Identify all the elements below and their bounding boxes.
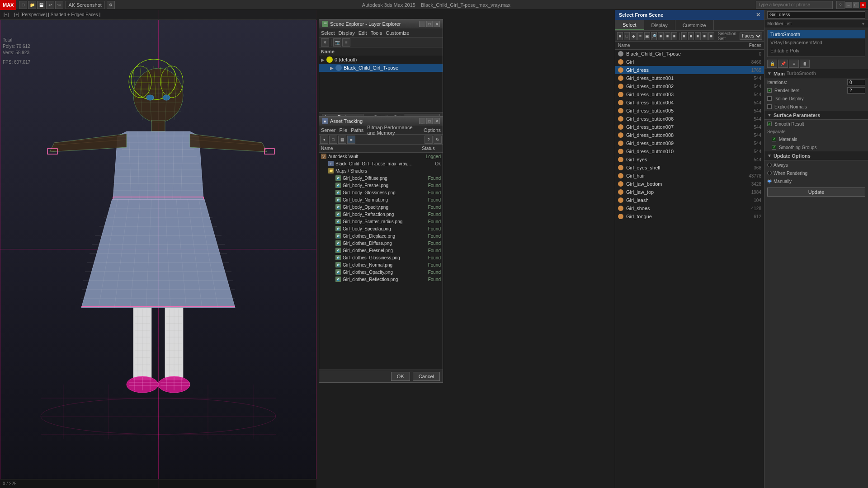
sfs-t8[interactable]: ■ [665,32,670,40]
mod-radio-manually-btn[interactable] [767,179,772,183]
obj-row[interactable]: Girl_dress_button001544 [615,74,764,82]
at-menu-bitmap[interactable]: Bitmap Performance and Memory [367,125,420,136]
mod-explicit-check[interactable] [767,104,772,109]
minimize-btn[interactable]: – [845,2,852,8]
sfs-t5[interactable]: ▣ [644,32,650,40]
se-menu-select[interactable]: Select [321,30,335,36]
mod-radio-rendering[interactable]: When Rendering [767,169,865,177]
asset-row[interactable]: 🌊Girl_clothes_Diffuse.pngFound [319,239,443,247]
mod-smooth-check[interactable]: ✓ [767,122,772,126]
asset-row[interactable]: 🌊Girl_clothes_Dicplace.pngFound [319,232,443,239]
at-tool-4[interactable]: ■ [347,136,355,144]
se-minimize-btn[interactable]: _ [419,21,425,27]
scene-explorer-titlebar[interactable]: ☰ Scene Explorer - Layer Explorer _ □ ✕ [319,19,443,28]
mod-item-turbosmooth[interactable]: TurboSmooth [768,30,865,38]
close-btn[interactable]: ✕ [860,2,866,8]
se-menu-edit[interactable]: Edit [359,30,367,36]
mod-radio-always-btn[interactable] [767,163,772,167]
at-close-btn[interactable]: ✕ [434,118,440,124]
mod-render-iters-input[interactable] [847,87,865,94]
search-input[interactable] [756,1,833,9]
mod-smoothing-check[interactable]: ✓ [772,145,776,150]
obj-row[interactable]: Girl_dress1765 [615,66,764,74]
asset-row[interactable]: 🌊Girl_body_Normal.pngFound [319,196,443,203]
at-tool-1[interactable]: ▾ [320,136,328,144]
at-minimize-btn[interactable]: _ [419,118,425,124]
open-btn[interactable]: 📁 [28,1,36,9]
sfs-t11[interactable]: ■ [688,32,694,40]
mod-update-btn[interactable]: Update [767,188,865,197]
undo-btn[interactable]: ↩ [46,1,54,9]
mod-materials-check[interactable]: ✓ [772,137,776,141]
mod-iterations-input[interactable] [847,79,865,85]
asset-row[interactable]: 🌊Girl_clothes_Fresnel.pngFound [319,247,443,254]
asset-row[interactable]: 🌊Girl_body_Glossiness.pngFound [319,189,443,196]
obj-row[interactable]: Girl_eyes544 [615,155,764,164]
se-restore-btn[interactable]: □ [426,21,433,27]
sfs-t13[interactable]: ■ [702,32,708,40]
asset-row[interactable]: 🌊Girl_clothes_Normal.pngFound [319,261,443,268]
se-menu-tools[interactable]: Tools [371,30,382,36]
at-tool-refresh[interactable]: ↻ [434,136,442,144]
sfs-t2[interactable]: □ [624,32,630,40]
redo-btn[interactable]: ↪ [55,1,63,9]
mod-btn-pin[interactable]: 📌 [778,60,788,68]
obj-row[interactable]: Girl_hair43778 [615,172,764,180]
obj-row[interactable]: Girl_eyes_shell368 [615,164,764,172]
sfs-t14[interactable]: ■ [708,32,714,40]
sfs-t10[interactable]: ■ [681,32,687,40]
obj-row[interactable]: Girl_dress_button002544 [615,82,764,90]
sfs-t9[interactable]: ■ [671,32,677,40]
at-tool-3[interactable]: ▦ [338,136,346,144]
mod-radio-manually[interactable]: Manually [767,178,865,185]
obj-row[interactable]: Girl_dress_button005544 [615,107,764,115]
sfs-t4[interactable]: ≡ [637,32,643,40]
at-menu-server[interactable]: Server [321,127,335,133]
asset-row[interactable]: 📁Maps / Shaders [319,167,443,174]
mod-render-iters-check[interactable]: ✓ [767,88,772,93]
vp-plus-btn[interactable]: [+] [2,12,10,17]
workspace-icon[interactable]: ⚙ [107,1,115,9]
mod-object-name-input[interactable] [767,11,865,19]
asset-row[interactable]: 🌊Girl_body_Specular.pngFound [319,225,443,232]
at-tool-2[interactable]: □ [329,136,337,144]
at-cancel-btn[interactable]: Cancel [413,372,440,381]
sfs-t1[interactable]: ■ [617,32,623,40]
obj-row[interactable]: Girl_dress_button004544 [615,99,764,107]
obj-row[interactable]: Girl_dress_button010544 [615,147,764,155]
asset-row[interactable]: 🌊Girl_body_Diffuse.pngFound [319,174,443,182]
asset-row[interactable]: 🌊Girl_clothes_Glossiness.pngFound [319,254,443,261]
restore-btn[interactable]: □ [853,2,859,8]
sfs-t6[interactable]: 🔎 [651,32,657,40]
new-btn[interactable]: □ [19,1,27,9]
obj-row[interactable]: Girl_dress_button006544 [615,115,764,123]
se-close-btn[interactable]: ✕ [434,21,440,27]
save-btn[interactable]: 💾 [37,1,45,9]
asset-row[interactable]: 🌊Girl_clothes_Reflection.pngFound [319,276,443,283]
asset-row[interactable]: VAutodesk VaultLogged [319,153,443,160]
sfs-t7[interactable]: ■ [658,32,664,40]
sfs-tab-customize[interactable]: Customize [675,20,714,30]
obj-row[interactable]: Girl_leash104 [615,196,764,204]
at-ok-btn[interactable]: OK [391,372,410,381]
obj-row[interactable]: Black_Child_Girl_T-pose0 [615,50,764,58]
obj-row[interactable]: Girl_dress_button008544 [615,131,764,139]
mod-btn-delete[interactable]: 🗑 [800,60,810,68]
obj-row[interactable]: Girl8466 [615,58,764,66]
vp-perspective-btn[interactable]: [+] [Perspective] [ Shaded + Edged Faces… [12,12,102,17]
obj-row[interactable]: Girl_jaw_top1984 [615,188,764,196]
asset-row[interactable]: 🌊Girl_body_Refraction.pngFound [319,211,443,218]
asset-row[interactable]: 🌊Girl_body_Fresnel.pngFound [319,182,443,189]
mod-section-update[interactable]: ▼ Update Options [764,151,868,160]
at-menu-options[interactable]: Options [424,127,441,133]
mod-section-surface[interactable]: ▼ Surface Parameters [764,111,868,120]
se-menu-customize[interactable]: Customize [386,30,409,36]
se-tool-3[interactable]: ≡ [342,38,350,47]
at-menu-file[interactable]: File [339,127,347,133]
asset-row[interactable]: FBlack_Child_Girl_T-pose_max_vray.maxOk [319,160,443,167]
mod-btn-options[interactable]: ≡ [789,60,799,68]
at-restore-btn[interactable]: □ [426,118,433,124]
obj-row[interactable]: Girl_tongue612 [615,212,764,221]
at-tool-help[interactable]: ? [425,136,433,144]
mod-radio-always[interactable]: Always [767,161,865,169]
